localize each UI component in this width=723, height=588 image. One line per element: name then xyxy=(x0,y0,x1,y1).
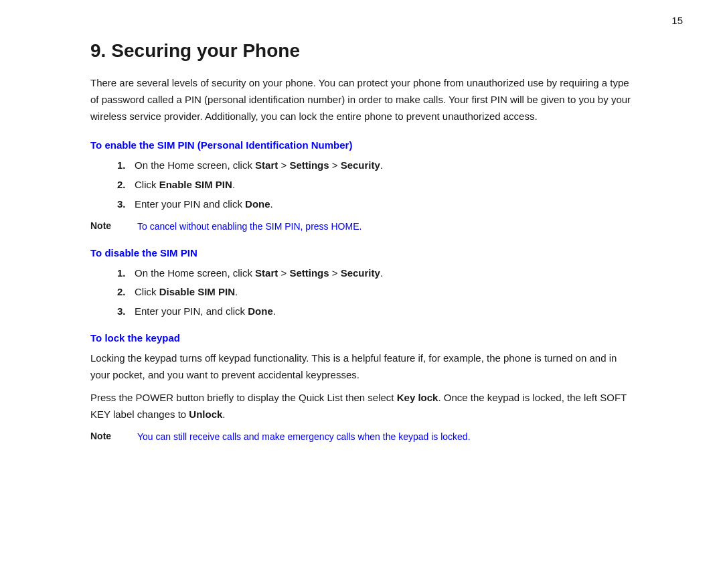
chapter-number: 9. xyxy=(90,40,106,61)
step-text: Click Enable SIM PIN. xyxy=(135,177,235,194)
step-text: Enter your PIN, and click Done. xyxy=(135,303,276,320)
enable-sim-pin-list: 1. On the Home screen, click Start > Set… xyxy=(117,157,633,212)
note-label: Note xyxy=(90,430,117,441)
section-heading-lock-keypad: To lock the keypad xyxy=(90,332,633,344)
section-lock-keypad: To lock the keypad Locking the keypad tu… xyxy=(90,332,633,444)
list-number: 1. xyxy=(117,157,131,174)
list-number: 1. xyxy=(117,265,131,282)
list-number: 3. xyxy=(117,196,131,213)
section-heading-enable-sim-pin: To enable the SIM PIN (Personal Identifi… xyxy=(90,139,633,151)
section-heading-disable-sim-pin: To disable the SIM PIN xyxy=(90,247,633,259)
note-row-lock-keypad: Note You can still receive calls and mak… xyxy=(90,430,633,444)
lock-keypad-paragraph-1: Locking the keypad turns off keypad func… xyxy=(90,350,633,384)
list-item: 3. Enter your PIN and click Done. xyxy=(117,196,633,213)
list-number: 2. xyxy=(117,284,131,301)
list-number: 3. xyxy=(117,303,131,320)
list-number: 2. xyxy=(117,177,131,194)
intro-paragraph: There are several levels of security on … xyxy=(90,75,633,125)
section-disable-sim-pin: To disable the SIM PIN 1. On the Home sc… xyxy=(90,247,633,320)
note-text: To cancel without enabling the SIM PIN, … xyxy=(137,220,362,234)
disable-sim-pin-list: 1. On the Home screen, click Start > Set… xyxy=(117,265,633,320)
section-enable-sim-pin: To enable the SIM PIN (Personal Identifi… xyxy=(90,139,633,233)
note-text: You can still receive calls and make eme… xyxy=(137,430,471,444)
list-item: 1. On the Home screen, click Start > Set… xyxy=(117,157,633,174)
note-label: Note xyxy=(90,220,117,231)
list-item: 3. Enter your PIN, and click Done. xyxy=(117,303,633,320)
step-text: Enter your PIN and click Done. xyxy=(135,196,273,213)
note-row-enable-sim-pin: Note To cancel without enabling the SIM … xyxy=(90,220,633,234)
list-item: 2. Click Disable SIM PIN. xyxy=(117,284,633,301)
page-container: 15 9.Securing your Phone There are sever… xyxy=(0,0,723,484)
lock-keypad-paragraph-2: Press the POWER button briefly to displa… xyxy=(90,390,633,423)
step-text: On the Home screen, click Start > Settin… xyxy=(135,265,383,282)
list-item: 1. On the Home screen, click Start > Set… xyxy=(117,265,633,282)
step-text: On the Home screen, click Start > Settin… xyxy=(135,157,383,174)
list-item: 2. Click Enable SIM PIN. xyxy=(117,177,633,194)
chapter-title-text: Securing your Phone xyxy=(111,40,300,61)
page-number: 15 xyxy=(671,15,683,26)
chapter-title: 9.Securing your Phone xyxy=(90,40,633,62)
step-text: Click Disable SIM PIN. xyxy=(135,284,238,301)
